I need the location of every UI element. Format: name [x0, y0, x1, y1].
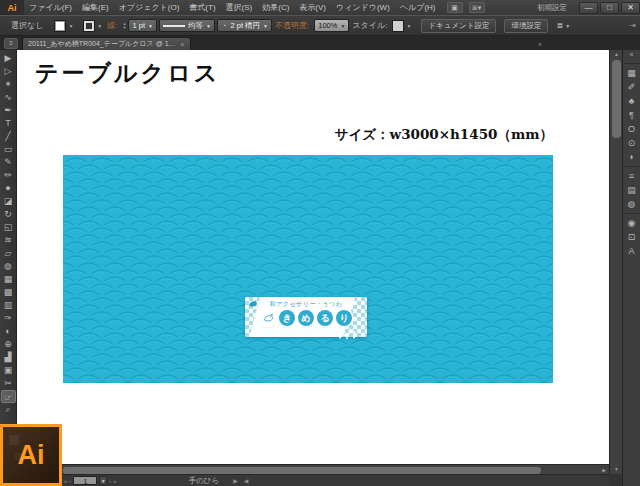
preferences-button[interactable]: 環境設定: [504, 19, 548, 33]
arrange-documents-icon[interactable]: ▣: [447, 2, 463, 13]
tablecloth-artwork[interactable]: 和アクセサリー・うつわ き め る り: [63, 155, 553, 383]
menu-window[interactable]: ウィンドウ(W): [331, 0, 395, 15]
menu-effect[interactable]: 効果(C): [257, 0, 294, 15]
pen-tool[interactable]: ✒: [1, 104, 16, 117]
style-dropdown-icon[interactable]: ▼: [406, 23, 411, 29]
menu-object[interactable]: オブジェクト(O): [114, 0, 185, 15]
stroke-width-stepper[interactable]: ▲▼: [123, 22, 127, 29]
column-graph-tool[interactable]: ▟: [1, 351, 16, 364]
stroke-profile-field[interactable]: 均等 ▼: [159, 19, 215, 32]
workspace-switcher[interactable]: 初期設定: [537, 3, 567, 13]
menu-edit[interactable]: 編集(E): [77, 0, 114, 15]
style-swatch[interactable]: [392, 20, 404, 32]
stroke-dropdown-icon[interactable]: ▼: [97, 23, 102, 29]
app-logo-icon[interactable]: Ai: [0, 0, 24, 15]
document-setup-button[interactable]: ドキュメント設定: [421, 19, 496, 33]
maximize-button[interactable]: □: [600, 2, 619, 14]
stroke-color-swatch[interactable]: [83, 20, 95, 32]
graphic-styles-panel-icon[interactable]: ◗: [624, 150, 640, 164]
shape-builder-tool[interactable]: ◍: [1, 260, 16, 273]
gradient-tool[interactable]: ▥: [1, 299, 16, 312]
minimize-button[interactable]: —: [579, 2, 598, 14]
free-transform-tool[interactable]: ▱: [1, 247, 16, 260]
last-artboard-icon[interactable]: »: [113, 478, 116, 484]
tab-close-icon[interactable]: ×: [180, 40, 185, 49]
zoom-tool[interactable]: ⌕: [1, 403, 16, 416]
navigator-panel-icon[interactable]: ◍: [624, 197, 640, 211]
artwork-size-label[interactable]: サイズ：w3000×h1450（mm）: [335, 126, 553, 144]
fill-dropdown-icon[interactable]: ▼: [68, 23, 73, 29]
vertical-scroll-thumb[interactable]: [612, 60, 621, 138]
perspective-grid-tool[interactable]: ▦: [1, 273, 16, 286]
document-layout-icon[interactable]: ≣▾: [469, 2, 485, 13]
line-segment-tool[interactable]: ╱: [1, 130, 16, 143]
appearance-panel-icon[interactable]: ⊙: [624, 136, 640, 150]
next-artboard-icon[interactable]: ›: [109, 478, 111, 484]
fill-color-swatch[interactable]: [54, 20, 66, 32]
brush-dropdown-icon[interactable]: ▼: [263, 23, 268, 29]
rectangle-tool[interactable]: ▭: [1, 143, 16, 156]
type-tool[interactable]: T: [1, 117, 16, 130]
document-canvas[interactable]: テーブルクロス サイズ：w3000×h1450（mm）: [17, 50, 609, 464]
links-panel-icon[interactable]: ⊡: [624, 230, 640, 244]
lasso-tool[interactable]: ∿: [1, 91, 16, 104]
eraser-tool[interactable]: ◪: [1, 195, 16, 208]
menu-view[interactable]: 表示(V): [294, 0, 331, 15]
stroke-width-dropdown-icon[interactable]: ▼: [148, 23, 153, 29]
opentype-panel-icon[interactable]: O: [624, 122, 640, 136]
attributes-panel-icon[interactable]: ◉: [624, 216, 640, 230]
current-tool-status[interactable]: 手のひら: [189, 476, 220, 486]
opacity-panel-link[interactable]: 不透明度:: [275, 20, 309, 31]
symbol-sprayer-tool[interactable]: ⊕: [1, 338, 16, 351]
close-button[interactable]: ✕: [621, 2, 640, 14]
brush-definition-field[interactable]: ・ 2 pt 楕円 ▼: [217, 19, 272, 32]
artboard-number-input[interactable]: 1: [73, 476, 97, 485]
swatches-panel-icon[interactable]: ▦: [624, 66, 640, 80]
horizontal-scroll-thumb[interactable]: [63, 467, 541, 474]
character-panel-icon[interactable]: A: [624, 244, 640, 258]
first-artboard-icon[interactable]: «: [64, 478, 67, 484]
tab-scroll-left-button[interactable]: ≡: [4, 38, 18, 49]
paragraph-panel-icon[interactable]: ¶: [624, 108, 640, 122]
layers-panel-icon[interactable]: ≡: [624, 169, 640, 183]
horizontal-scrollbar[interactable]: ▶: [17, 464, 609, 474]
document-tab[interactable]: 20111_あやめ柄TR004_テーブルクロス @ 118.36% (CMYK/…: [22, 37, 191, 50]
vertical-scrollbar[interactable]: ▲ ▼: [609, 50, 622, 474]
artboard-dropdown-icon[interactable]: ▼: [99, 476, 107, 485]
tab-overflow-icon[interactable]: »: [538, 41, 542, 50]
slice-tool[interactable]: ✂: [1, 377, 16, 390]
width-tool[interactable]: ≋: [1, 234, 16, 247]
menu-select[interactable]: 選択(S): [221, 0, 258, 15]
mesh-tool[interactable]: ▩: [1, 286, 16, 299]
stroke-profile-dropdown-icon[interactable]: ▼: [206, 23, 211, 29]
symbols-panel-icon[interactable]: ♣: [624, 94, 640, 108]
scroll-right-icon[interactable]: ▶: [602, 467, 606, 473]
opacity-dropdown-icon[interactable]: ▼: [340, 23, 345, 29]
rotate-tool[interactable]: ↻: [1, 208, 16, 221]
menu-help[interactable]: ヘルプ(H): [395, 0, 441, 15]
scale-tool[interactable]: ◱: [1, 221, 16, 234]
blend-tool[interactable]: ◐: [1, 325, 16, 338]
selection-tool[interactable]: ▶: [1, 52, 16, 65]
hand-tool[interactable]: ☞: [1, 390, 16, 403]
stroke-width-field[interactable]: 1 pt ▼: [128, 19, 156, 32]
align-options-icon[interactable]: ≣ ▼: [556, 21, 570, 30]
expand-panels-icon[interactable]: «: [630, 51, 634, 61]
artboard-tool[interactable]: ▣: [1, 364, 16, 377]
status-flyout-right-icon[interactable]: ▶: [233, 477, 238, 484]
previous-artboard-icon[interactable]: ‹: [69, 478, 71, 484]
artwork-heading-text[interactable]: テーブルクロス: [35, 58, 220, 89]
blob-brush-tool[interactable]: ●: [1, 182, 16, 195]
stroke-panel-link[interactable]: 線:: [107, 20, 117, 31]
pencil-tool[interactable]: ✏: [1, 169, 16, 182]
opacity-field[interactable]: 100% ▼: [314, 19, 349, 32]
magic-wand-tool[interactable]: ✶: [1, 78, 16, 91]
eyedropper-tool[interactable]: ✑: [1, 312, 16, 325]
status-flyout-left-icon[interactable]: ◀: [244, 477, 249, 484]
collapse-control-bar-icon[interactable]: ⇥: [629, 21, 636, 30]
direct-selection-tool[interactable]: ▷: [1, 65, 16, 78]
gradient-panel-icon[interactable]: ▤: [624, 183, 640, 197]
brushes-panel-icon[interactable]: ✐: [624, 80, 640, 94]
menu-type[interactable]: 書式(T): [184, 0, 220, 15]
paintbrush-tool[interactable]: ✎: [1, 156, 16, 169]
